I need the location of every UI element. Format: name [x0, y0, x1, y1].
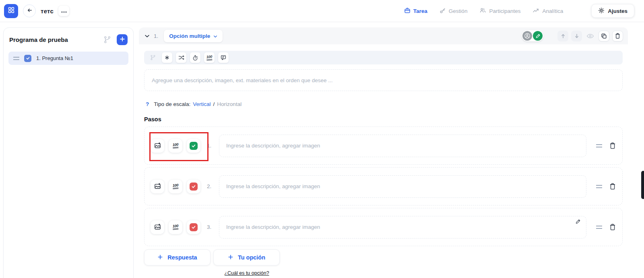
sidebar-item-question-1[interactable]: 1. Pregunta №1 — [8, 52, 128, 65]
step-description-input[interactable] — [219, 135, 586, 157]
step-number: 3. — [207, 224, 216, 230]
add-image-icon[interactable] — [151, 139, 164, 153]
add-image-icon[interactable] — [151, 180, 164, 193]
asterisk-icon[interactable] — [162, 52, 172, 63]
check-icon — [190, 223, 198, 231]
delete-step-button[interactable] — [609, 142, 616, 149]
grading-toggle[interactable] — [522, 30, 543, 41]
topbar-tabs: Tarea Gestión Participantes — [404, 7, 563, 15]
ellipsis-icon — [61, 7, 67, 15]
plus-icon — [228, 254, 233, 261]
question-header: 1. Opción multiple — [139, 27, 628, 44]
page-title: тетс — [41, 8, 54, 15]
key-icon — [440, 7, 446, 15]
pencil-circle-icon[interactable] — [533, 31, 543, 41]
description-area — [144, 69, 623, 91]
description-input[interactable] — [144, 69, 623, 91]
more-menu-button[interactable] — [58, 6, 69, 16]
tab-analitica[interactable]: Analítica — [533, 8, 563, 15]
scale-vertical-link[interactable]: Vertical — [193, 101, 211, 107]
step-input-area — [219, 175, 586, 198]
step-description-input[interactable] — [219, 216, 586, 239]
question-type-label: Opción multiple — [169, 33, 210, 39]
edit-pencil-icon[interactable] — [575, 219, 581, 224]
settings-label: Ajustes — [608, 8, 627, 14]
person-circle-icon[interactable] — [522, 31, 532, 41]
move-up-button[interactable] — [557, 31, 568, 41]
add-own-option-button[interactable]: Tu opción — [213, 249, 280, 266]
score-100-icon[interactable]: 100 — [169, 180, 182, 193]
duplicate-button[interactable] — [599, 31, 609, 41]
people-icon — [479, 7, 486, 15]
branch-icon — [148, 52, 158, 63]
tab-label: Participantes — [489, 8, 520, 14]
check-icon — [190, 142, 198, 150]
question-actions — [522, 30, 623, 41]
what-is-your-option-link[interactable]: ¿Cuál es tu opción? — [224, 270, 269, 276]
scale-horizontal-link[interactable]: Horizontal — [217, 101, 242, 107]
plus-icon — [157, 254, 163, 261]
scale-type-label: Tipo de escala: — [154, 101, 190, 107]
correct-checkbox[interactable] — [187, 139, 200, 153]
question-toolbar: 100 — [144, 51, 623, 64]
branch-icon[interactable] — [103, 36, 111, 44]
score-100-text: 100 — [173, 184, 179, 189]
help-icon[interactable]: ? — [146, 101, 149, 107]
preview-eye-button[interactable] — [585, 31, 596, 41]
drag-handle-icon[interactable] — [13, 57, 19, 60]
tab-tarea[interactable]: Tarea — [404, 7, 427, 15]
question-checkbox[interactable] — [24, 55, 31, 62]
grid-icon — [8, 6, 15, 15]
step-controls: 100 — [151, 139, 200, 153]
option-link-row: ¿Cuál es tu opción? — [213, 269, 280, 276]
sidebar: Programa de prueba 1. Pregunta №1 — [3, 27, 134, 278]
step-description-input[interactable] — [219, 175, 586, 198]
incorrect-checkbox[interactable] — [187, 180, 200, 193]
drag-handle-icon[interactable] — [596, 185, 602, 188]
move-down-button[interactable] — [571, 31, 582, 41]
plus-icon — [120, 36, 125, 43]
question-type-dropdown[interactable]: Opción multiple — [164, 30, 223, 42]
step-input-area — [219, 135, 586, 157]
scrollbar-thumb[interactable] — [641, 171, 644, 199]
tab-participantes[interactable]: Participantes — [479, 7, 520, 15]
comment-icon[interactable] — [218, 52, 229, 63]
drag-handle-icon[interactable] — [596, 226, 602, 229]
incorrect-checkbox[interactable] — [187, 220, 200, 234]
score-100-icon[interactable]: 100 — [169, 139, 182, 153]
check-icon — [26, 55, 30, 62]
score-100-icon[interactable]: 100 — [169, 220, 182, 234]
drag-handle-icon[interactable] — [596, 144, 602, 147]
question-editor: 1. Opción multiple — [139, 27, 628, 276]
gear-icon — [598, 7, 605, 15]
question-number: 1. — [154, 33, 158, 39]
shuffle-icon[interactable] — [176, 52, 186, 63]
delete-question-button[interactable] — [612, 31, 623, 41]
delete-step-button[interactable] — [609, 223, 616, 231]
timer-icon[interactable] — [190, 52, 200, 63]
briefcase-icon — [404, 7, 411, 15]
check-icon — [190, 183, 198, 191]
collapse-chevron-icon[interactable] — [144, 33, 151, 39]
app-logo[interactable] — [4, 4, 18, 18]
tab-label: Analítica — [542, 8, 563, 14]
delete-step-button[interactable] — [609, 183, 616, 190]
settings-button[interactable]: Ajustes — [591, 4, 634, 18]
score-100-text: 100 — [206, 55, 213, 60]
score-100-icon[interactable]: 100 — [204, 52, 215, 63]
add-answer-button[interactable]: Respuesta — [144, 249, 211, 266]
step-controls: 100 — [151, 180, 200, 193]
trend-icon — [533, 8, 539, 15]
tab-gestion[interactable]: Gestión — [440, 7, 468, 15]
add-buttons-row: Respuesta Tu opción — [144, 249, 628, 266]
add-answer-label: Respuesta — [167, 254, 197, 261]
arrow-left-icon — [27, 7, 33, 15]
add-image-icon[interactable] — [151, 220, 164, 234]
add-question-button[interactable] — [117, 34, 128, 45]
topbar: тетс Tarea — [0, 0, 644, 22]
back-button[interactable] — [23, 4, 36, 17]
step-input-area — [219, 216, 586, 239]
scale-separator: / — [213, 101, 215, 107]
scale-type-row: ? Tipo de escala: Vertical / Horizontal — [146, 101, 628, 107]
step-number: 1. — [207, 143, 216, 149]
